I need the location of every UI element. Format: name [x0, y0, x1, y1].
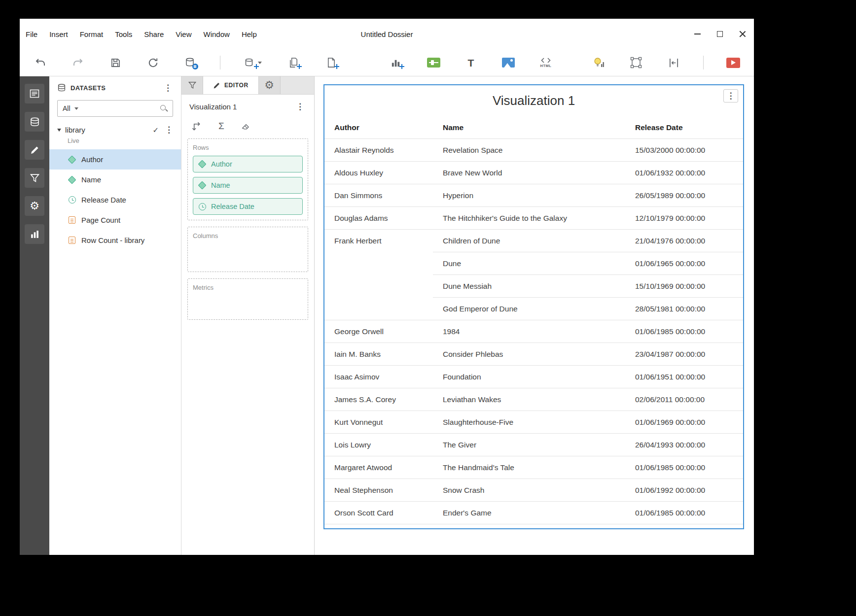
dataset-field-item[interactable]: Name — [49, 170, 181, 190]
cell-author[interactable]: Peter F. Hamilton — [324, 524, 433, 529]
group-elements-button[interactable] — [627, 54, 645, 71]
cell-author[interactable] — [324, 297, 433, 320]
grid-row[interactable]: Kurt Vonnegut Slaughterhouse-Five 01/06/… — [324, 411, 743, 433]
insert-selector-button[interactable] — [425, 54, 442, 71]
grid-row[interactable]: Peter F. Hamilton Pandora's Star 02/03/2… — [324, 524, 743, 529]
cell-date[interactable]: 26/05/1989 00:00:00 — [625, 184, 743, 206]
cell-author[interactable]: Aldous Huxley — [324, 161, 433, 184]
chevron-down-icon[interactable] — [74, 107, 78, 110]
duplicate-page-button[interactable] — [285, 54, 302, 71]
dataset-field-item[interactable]: Row Count - library — [49, 230, 181, 250]
dataset-menu-button[interactable] — [163, 125, 175, 135]
cell-date[interactable]: 15/03/2000 00:00:00 — [625, 138, 743, 161]
swap-axes-button[interactable] — [189, 120, 204, 132]
insert-visualization-button[interactable] — [387, 54, 405, 71]
cell-author[interactable]: George Orwell — [324, 320, 433, 342]
datasets-menu-button[interactable] — [162, 83, 174, 93]
cell-name[interactable]: Foundation — [433, 365, 625, 388]
tab-format[interactable] — [259, 76, 281, 94]
dataset-field-item[interactable]: Page Count — [49, 210, 181, 230]
field-chip[interactable]: Release Date — [193, 198, 303, 215]
totals-button[interactable]: Σ — [216, 120, 226, 132]
rail-settings-button[interactable] — [25, 196, 44, 216]
cell-date[interactable]: 01/06/1969 00:00:00 — [625, 411, 743, 433]
cell-author[interactable]: Frank Herbert — [324, 229, 433, 252]
cell-author[interactable]: Dan Simmons — [324, 184, 433, 206]
rail-edit-button[interactable] — [25, 140, 44, 160]
cell-name[interactable]: Hyperion — [433, 184, 625, 206]
cell-date[interactable]: 01/06/1965 00:00:00 — [625, 252, 743, 274]
cell-name[interactable]: 1984 — [433, 320, 625, 342]
dataset-status-button[interactable] — [181, 54, 199, 71]
cell-author[interactable]: Douglas Adams — [324, 206, 433, 229]
cell-date[interactable]: 01/06/1985 00:00:00 — [625, 501, 743, 524]
clear-button[interactable] — [239, 120, 253, 132]
cell-date[interactable]: 01/06/1932 00:00:00 — [625, 161, 743, 184]
cell-date[interactable]: 01/06/1985 00:00:00 — [625, 320, 743, 342]
cell-date[interactable]: 12/10/1979 00:00:00 — [625, 206, 743, 229]
grid-row[interactable]: God Emperor of Dune 28/05/1981 00:00:00 — [324, 297, 743, 320]
save-button[interactable] — [107, 54, 124, 71]
menu-item[interactable]: Insert — [43, 30, 74, 38]
grid-row[interactable]: Margaret Atwood The Handmaid's Tale 01/0… — [324, 456, 743, 479]
insert-text-button[interactable]: T — [462, 54, 480, 71]
grid-row[interactable]: Dune Messiah 15/10/1969 00:00:00 — [324, 274, 743, 297]
menu-item[interactable]: View — [170, 30, 197, 38]
cell-name[interactable]: The Giver — [433, 433, 625, 456]
cell-date[interactable]: 21/04/1976 00:00:00 — [625, 229, 743, 252]
rows-drop-zone[interactable]: Rows Author Name — [187, 138, 308, 220]
cell-author[interactable]: James S.A. Corey — [324, 388, 433, 411]
add-data-button[interactable] — [241, 54, 265, 71]
search-icon[interactable] — [160, 104, 168, 112]
grid-row[interactable]: James S.A. Corey Leviathan Wakes 02/06/2… — [324, 388, 743, 411]
menu-item[interactable]: Format — [74, 30, 109, 38]
field-chip[interactable]: Name — [193, 177, 303, 194]
cell-author[interactable]: Iain M. Banks — [324, 342, 433, 365]
rail-contents-button[interactable] — [25, 84, 44, 103]
insert-html-button[interactable]: HTML — [537, 54, 555, 71]
cell-name[interactable]: Children of Dune — [433, 229, 625, 252]
dataset-field-item[interactable]: Release Date — [49, 190, 181, 210]
cell-author[interactable]: Alastair Reynolds — [324, 138, 433, 161]
grid-row[interactable]: Aldous Huxley Brave New World 01/06/1932… — [324, 161, 743, 184]
redo-button[interactable] — [69, 54, 87, 71]
refresh-button[interactable] — [144, 54, 162, 71]
menu-item[interactable]: Tools — [109, 30, 138, 38]
rail-datasets-button[interactable] — [25, 112, 44, 132]
menu-item[interactable]: Window — [198, 30, 236, 38]
cell-date[interactable]: 26/04/1993 00:00:00 — [625, 433, 743, 456]
dataset-tree-header[interactable]: library — [49, 123, 181, 136]
canvas[interactable]: Visualization 1 Author Name Release Date… — [315, 76, 754, 555]
cell-name[interactable]: Dune Messiah — [433, 274, 625, 297]
cell-name[interactable]: Ender's Game — [433, 501, 625, 524]
cell-author[interactable]: Neal Stephenson — [324, 479, 433, 501]
cell-date[interactable]: 23/04/1987 00:00:00 — [625, 342, 743, 365]
page-break-button[interactable] — [665, 54, 682, 71]
cell-name[interactable]: God Emperor of Dune — [433, 297, 625, 320]
close-button[interactable] — [731, 19, 754, 49]
cell-name[interactable]: Snow Crash — [433, 479, 625, 501]
menu-item[interactable]: Help — [236, 30, 263, 38]
cell-author[interactable]: Isaac Asimov — [324, 365, 433, 388]
search-filter-value[interactable]: All — [63, 104, 71, 112]
add-page-button[interactable] — [322, 54, 340, 71]
undo-button[interactable] — [32, 54, 49, 71]
tab-filter[interactable] — [181, 76, 203, 94]
viz-options-button[interactable] — [294, 102, 306, 112]
visualization-container[interactable]: Visualization 1 Author Name Release Date… — [323, 84, 744, 529]
column-header-date[interactable]: Release Date — [625, 116, 743, 138]
field-chip[interactable]: Author — [193, 156, 303, 172]
grid-row[interactable]: George Orwell 1984 01/06/1985 00:00:00 — [324, 320, 743, 342]
maximize-button[interactable] — [709, 19, 731, 49]
cell-name[interactable]: The Hitchhiker's Guide to the Galaxy — [433, 206, 625, 229]
cell-name[interactable]: Slaughterhouse-Five — [433, 411, 625, 433]
cell-author[interactable]: Margaret Atwood — [324, 456, 433, 479]
metrics-drop-zone[interactable]: Metrics — [187, 278, 308, 320]
cell-name[interactable]: Dune — [433, 252, 625, 274]
columns-drop-zone[interactable]: Columns — [187, 227, 308, 272]
expand-caret-icon[interactable] — [57, 129, 61, 132]
cell-author[interactable]: Lois Lowry — [324, 433, 433, 456]
dataset-field-item[interactable]: Author — [49, 149, 181, 170]
grid-row[interactable]: Alastair Reynolds Revelation Space 15/03… — [324, 138, 743, 161]
grid-row[interactable]: Douglas Adams The Hitchhiker's Guide to … — [324, 206, 743, 229]
